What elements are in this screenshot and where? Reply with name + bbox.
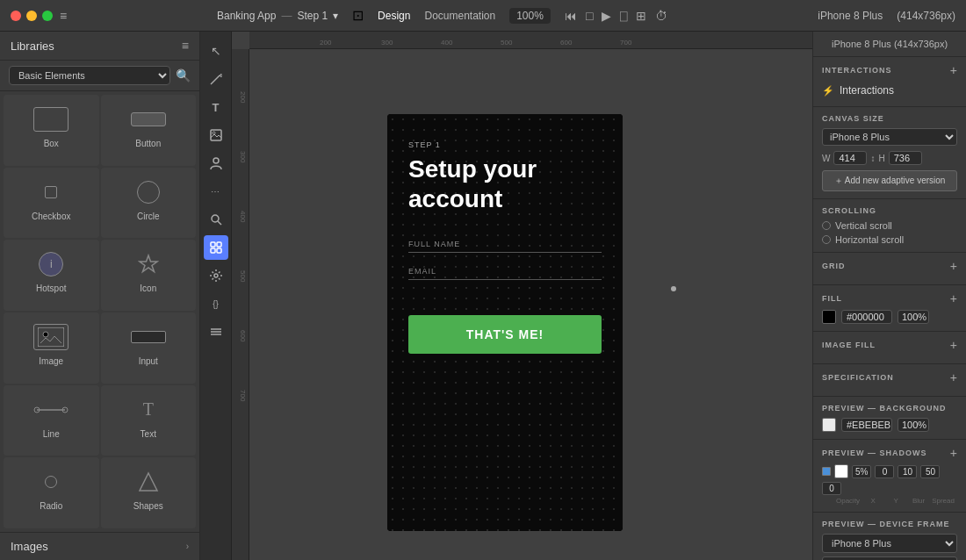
ruler-mark-v700: 700 (239, 390, 247, 401)
image-fill-add-button[interactable]: + (950, 339, 957, 351)
component-radio[interactable]: Radio (4, 457, 99, 528)
window-icon[interactable]: ⊡ (352, 7, 364, 24)
share-icon[interactable]: ⎕ (620, 9, 627, 23)
grid-title: GRID (822, 262, 846, 270)
specification-add-button[interactable]: + (950, 371, 957, 384)
tool-menu[interactable] (204, 319, 228, 344)
radio-preview (30, 466, 72, 498)
tool-settings[interactable] (204, 263, 228, 288)
zoom-level[interactable]: 100% (509, 8, 551, 24)
step-dropdown-icon[interactable]: ▾ (333, 10, 338, 22)
grid-icon[interactable]: ⊞ (636, 9, 646, 23)
component-text[interactable]: T Text (101, 385, 197, 456)
minimize-button[interactable] (26, 11, 37, 21)
canvas-size-dropdown[interactable]: iPhone 8 Plus (822, 128, 957, 146)
hamburger-icon[interactable]: ≡ (60, 9, 67, 23)
scrolling-options: Vertical scroll Horizontal scroll (822, 220, 957, 245)
timer-icon[interactable]: ⏱ (655, 9, 667, 23)
ruler-mark-v500: 500 (239, 270, 247, 282)
shadow-color-swatch[interactable] (834, 464, 848, 478)
vertical-scroll-option[interactable]: Vertical scroll (822, 220, 957, 231)
ruler-horizontal: 200 300 400 500 600 700 (249, 32, 812, 49)
play-icon[interactable]: ▶ (602, 9, 611, 23)
tool-brackets[interactable]: {} (204, 291, 228, 316)
search-button[interactable]: 🔍 (176, 68, 191, 83)
fill-color-swatch[interactable] (822, 310, 836, 324)
vertical-scroll-label: Vertical scroll (835, 220, 892, 231)
fill-add-button[interactable]: + (950, 292, 957, 305)
preview-bg-opacity[interactable]: 100% (898, 418, 929, 432)
replay-icon[interactable]: ⏮ (565, 9, 577, 23)
radio-shape (45, 476, 57, 488)
device-frame-dropdown[interactable]: iPhone 8 Plus (822, 534, 957, 553)
height-label: ↕ (870, 154, 875, 163)
shadows-add-button[interactable]: + (950, 447, 957, 459)
checkbox-label: Checkbox (32, 212, 70, 221)
vertical-scroll-radio[interactable] (822, 221, 831, 230)
line-label: Line (43, 429, 60, 439)
shadow-spread[interactable]: 0 (822, 482, 841, 495)
device-icon[interactable]: □ (586, 9, 593, 23)
section-preview-shadows: PREVIEW — SHADOWS + 5% 0 10 50 0 Opacity… (813, 440, 966, 513)
shadow-opacity[interactable]: 5% (852, 465, 871, 478)
phone-frame[interactable]: STEP 1 Setup your account FULL NAME EMAI… (387, 114, 623, 531)
right-panel-header: iPhone 8 Plus (414x736px) (813, 32, 966, 57)
component-input[interactable]: Input (101, 312, 197, 384)
images-section[interactable]: Images › (0, 532, 199, 560)
component-category-dropdown[interactable]: Basic Elements (9, 66, 170, 85)
component-button[interactable]: Button (101, 95, 197, 166)
interactions-add-button[interactable]: + (950, 64, 957, 76)
sidebar-collapse-icon[interactable]: ≡ (182, 39, 189, 53)
tool-zoom[interactable] (204, 207, 228, 232)
step-label: STEP 1 (408, 140, 602, 149)
grid-add-button[interactable]: + (950, 260, 957, 272)
shadow-blur[interactable]: 50 (920, 465, 940, 478)
shadow-x[interactable]: 0 (875, 465, 894, 478)
cta-button[interactable]: THAT'S ME! (408, 315, 602, 354)
device-label: iPhone 8 Plus (818, 10, 883, 22)
height-value[interactable]: 736 (889, 151, 922, 165)
preview-bg-swatch[interactable] (822, 418, 836, 432)
component-icon[interactable]: Icon (101, 240, 197, 311)
svg-point-1 (43, 332, 48, 337)
interactions-header: INTERACTIONS + (822, 64, 957, 76)
bolt-icon: ⚡ (822, 85, 834, 97)
component-line[interactable]: Line (4, 385, 99, 456)
device-theme-dropdown[interactable]: Space Grey (822, 556, 957, 560)
width-value[interactable]: 414 (833, 151, 867, 165)
phone-inner: STEP 1 Setup your account FULL NAME EMAI… (387, 114, 623, 531)
preview-bg-hex[interactable]: #EBEBEB (841, 418, 892, 432)
tool-dots[interactable]: ⋯ (204, 179, 228, 204)
preview-shadows-title: PREVIEW — SHADOWS (822, 449, 927, 457)
circle-label: Circle (137, 212, 160, 221)
shadow-y[interactable]: 10 (898, 465, 917, 478)
shadow-labels: Opacity X Y Blur Spread (822, 497, 957, 505)
tool-select[interactable]: ↖ (204, 39, 228, 63)
horizontal-scroll-radio[interactable] (822, 235, 831, 244)
text-preview: T (127, 394, 169, 426)
component-shapes[interactable]: Shapes (101, 457, 197, 528)
component-circle[interactable]: Circle (101, 168, 197, 239)
maximize-button[interactable] (42, 11, 53, 21)
component-hotspot[interactable]: i Hotspot (4, 240, 99, 311)
fill-opacity[interactable]: 100% (898, 310, 929, 324)
nav-documentation[interactable]: Documentation (424, 10, 495, 22)
canvas-area[interactable]: 200 300 400 500 600 700 200 300 400 500 … (232, 32, 812, 560)
tool-type[interactable]: T (204, 95, 228, 119)
nav-design[interactable]: Design (378, 10, 410, 22)
shadow-enabled-checkbox[interactable] (822, 467, 831, 476)
fill-color-hex[interactable]: #000000 (841, 310, 892, 324)
tool-draw[interactable] (204, 67, 228, 91)
component-checkbox[interactable]: Checkbox (4, 168, 99, 239)
tool-avatar[interactable] (204, 151, 228, 176)
component-box[interactable]: Box (4, 95, 99, 166)
horizontal-scroll-option[interactable]: Horizontal scroll (822, 234, 957, 245)
component-image[interactable]: Image (4, 312, 99, 384)
adaptive-version-button[interactable]: ＋ Add new adaptive version (822, 170, 957, 191)
svg-rect-12 (211, 242, 215, 247)
tool-component[interactable] (204, 235, 228, 260)
cursor (671, 286, 676, 291)
email-label: EMAIL (408, 267, 602, 276)
close-button[interactable] (11, 11, 21, 21)
tool-image[interactable] (204, 123, 228, 147)
